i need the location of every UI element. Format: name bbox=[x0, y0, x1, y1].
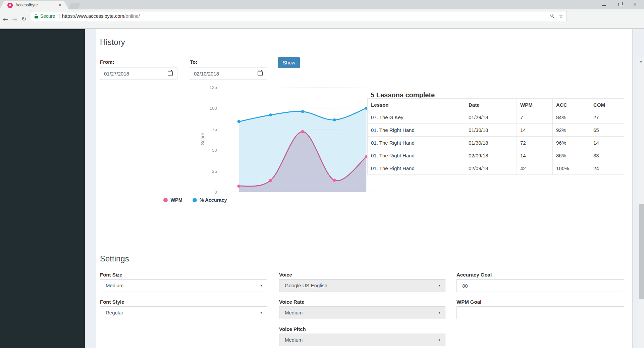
to-label: To: bbox=[190, 59, 197, 65]
table-cell: 84% bbox=[553, 111, 590, 124]
voice-pitch-label: Voice Pitch bbox=[279, 326, 306, 332]
dropdown-arrow-icon: ▼ bbox=[260, 284, 263, 287]
url-path: /online/ bbox=[124, 13, 140, 19]
voice-rate-select[interactable]: Medium▼ bbox=[279, 306, 445, 319]
dropdown-arrow-icon: ▼ bbox=[438, 311, 441, 314]
selected-value: Medium bbox=[106, 280, 123, 292]
from-date-group bbox=[100, 67, 177, 80]
svg-text:Score: Score bbox=[200, 133, 205, 145]
restore-icon bbox=[618, 3, 621, 6]
address-bar[interactable]: Secure | https://www.accessibyte.com/onl… bbox=[31, 11, 567, 21]
show-button[interactable]: Show bbox=[278, 57, 300, 68]
app-sidebar bbox=[0, 29, 85, 348]
page-scrollbar[interactable] bbox=[638, 58, 644, 348]
legend-item-wpm: WPM bbox=[163, 197, 182, 203]
from-label: From: bbox=[100, 59, 114, 65]
column-header-acc: ACC bbox=[553, 99, 590, 111]
table-cell: 24 bbox=[590, 162, 624, 175]
wpm-goal-label: WPM Goal bbox=[457, 299, 481, 305]
reload-button[interactable]: ↻ bbox=[21, 9, 26, 29]
table-cell: 100% bbox=[553, 162, 590, 175]
legend-label: WPM bbox=[170, 197, 182, 203]
bookmark-star-icon[interactable]: ☆ bbox=[558, 11, 564, 21]
url-main: https://www.accessibyte.com bbox=[62, 13, 124, 19]
column-header-date: Date bbox=[465, 99, 517, 111]
accuracy-goal-label: Accuracy Goal bbox=[457, 272, 492, 278]
table-row: 01. The Right Hand02/09/1842100%24 bbox=[368, 162, 624, 175]
chart-legend: WPM% Accuracy bbox=[100, 197, 291, 203]
table-cell: 01. The Right Hand bbox=[368, 149, 465, 162]
table-cell: 96% bbox=[553, 137, 590, 149]
wpm-goal-input[interactable] bbox=[457, 306, 624, 319]
forward-button[interactable]: → bbox=[12, 9, 17, 29]
scroll-up-icon[interactable] bbox=[640, 60, 642, 62]
lessons-complete-title: 5 Lessons complete bbox=[371, 91, 435, 99]
legend-dot-icon bbox=[193, 198, 197, 202]
table-cell: 86% bbox=[553, 149, 590, 162]
to-date-input[interactable] bbox=[190, 67, 253, 80]
calendar-icon bbox=[258, 71, 263, 76]
svg-text:125: 125 bbox=[209, 85, 217, 90]
table-cell: 92% bbox=[553, 124, 590, 137]
window-minimize-button[interactable] bbox=[599, 0, 609, 9]
from-date-picker-button[interactable] bbox=[163, 67, 177, 80]
column-header-lesson: Lesson bbox=[368, 99, 465, 111]
voice-pitch-select[interactable]: Medium▼ bbox=[279, 334, 445, 346]
legend-dot-icon bbox=[163, 198, 168, 202]
dropdown-arrow-icon: ▼ bbox=[260, 311, 263, 314]
browser-titlebar: A Accessibyte ✕ ✕ bbox=[0, 0, 644, 9]
new-tab-button[interactable] bbox=[68, 3, 80, 9]
window-close-button[interactable]: ✕ bbox=[630, 0, 640, 9]
legend-item--accuracy: % Accuracy bbox=[193, 197, 227, 203]
voice-rate-label: Voice Rate bbox=[279, 299, 305, 305]
secure-label: Secure bbox=[40, 11, 55, 21]
page-url: https://www.accessibyte.com/online/ bbox=[62, 11, 140, 21]
table-cell: 65 bbox=[590, 124, 624, 137]
section-divider bbox=[97, 231, 624, 231]
table-row: 01. The Right Hand01/30/187296%14 bbox=[368, 137, 624, 149]
tab-close-icon[interactable]: ✕ bbox=[59, 1, 62, 9]
tab-title: Accessibyte bbox=[15, 1, 38, 9]
browser-tab[interactable]: A Accessibyte ✕ bbox=[5, 1, 64, 9]
svg-text:25: 25 bbox=[212, 169, 217, 174]
from-date-input[interactable] bbox=[100, 67, 163, 80]
table-row: 01. The Right Hand01/30/181492%65 bbox=[368, 124, 624, 137]
secure-lock-icon bbox=[35, 16, 38, 18]
window-restore-button[interactable] bbox=[614, 0, 625, 9]
table-cell: 72 bbox=[517, 137, 553, 149]
score-chart: 0255075100125Score bbox=[196, 83, 387, 197]
back-button[interactable]: ← bbox=[3, 9, 8, 29]
svg-text:75: 75 bbox=[212, 127, 217, 132]
table-cell: 01. The Right Hand bbox=[368, 162, 465, 175]
voice-label: Voice bbox=[279, 272, 292, 278]
table-cell: 14 bbox=[517, 124, 553, 137]
calendar-icon bbox=[168, 71, 173, 76]
scrollbar-thumb[interactable] bbox=[639, 204, 644, 299]
svg-text:0: 0 bbox=[214, 190, 217, 195]
zoom-page-icon[interactable]: + bbox=[550, 14, 555, 18]
table-cell: 01. The Right Hand bbox=[368, 137, 465, 149]
table-cell: 42 bbox=[517, 162, 553, 175]
accuracy-goal-field[interactable] bbox=[457, 280, 624, 292]
accuracy-goal-input[interactable] bbox=[457, 279, 624, 292]
table-cell: 7 bbox=[517, 111, 553, 124]
settings-title: Settings bbox=[100, 254, 129, 263]
svg-text:100: 100 bbox=[209, 106, 217, 111]
svg-text:50: 50 bbox=[212, 148, 217, 153]
page-viewport: History From: To: Show 0255075100125Scor… bbox=[0, 29, 644, 348]
selected-value: Google US English bbox=[285, 280, 327, 292]
close-icon: ✕ bbox=[633, 2, 637, 7]
magnifier-lens: + bbox=[550, 14, 553, 17]
table-row: 07. The G Key01/29/18784%27 bbox=[368, 111, 624, 124]
table-cell: 33 bbox=[590, 149, 624, 162]
font-style-select[interactable]: Regular▼ bbox=[100, 306, 267, 319]
lessons-table: LessonDateWPMACCCOM07. The G Key01/29/18… bbox=[367, 98, 624, 175]
wpm-goal-field[interactable] bbox=[457, 307, 624, 319]
table-cell: 01/30/18 bbox=[465, 124, 517, 137]
font-size-select[interactable]: Medium▼ bbox=[100, 279, 267, 292]
dropdown-arrow-icon: ▼ bbox=[438, 284, 441, 287]
column-header-com: COM bbox=[590, 99, 624, 111]
voice-select[interactable]: Google US English▼ bbox=[279, 279, 445, 292]
to-date-picker-button[interactable] bbox=[253, 67, 267, 80]
column-header-wpm: WPM bbox=[517, 99, 553, 111]
